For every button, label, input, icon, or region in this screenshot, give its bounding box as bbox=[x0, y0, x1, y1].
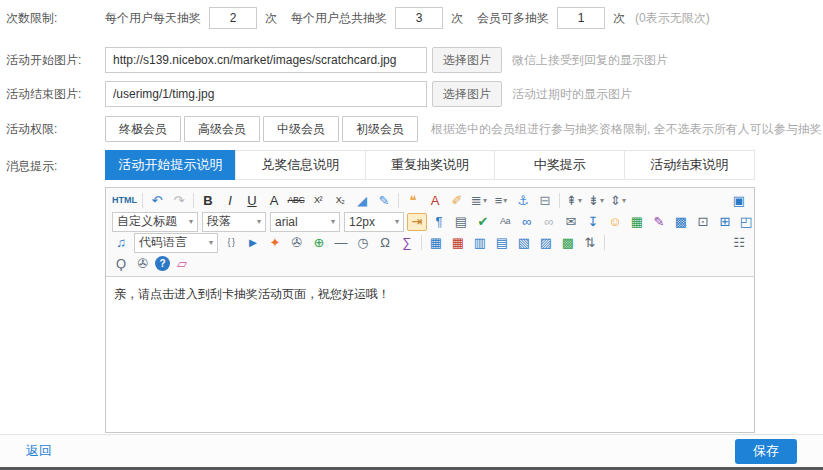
permission-label: 活动权限: bbox=[6, 121, 105, 138]
footer-bar: 返回 保存 bbox=[0, 434, 823, 467]
flash-icon[interactable]: ✦ bbox=[265, 234, 285, 252]
paragraph-spacing-bottom-icon[interactable]: ⇟▾ bbox=[586, 192, 606, 210]
tab-end-note[interactable]: 活动结束说明 bbox=[624, 150, 755, 180]
table-merge-cells-icon[interactable]: ▧ bbox=[514, 234, 534, 252]
tab-win-prompt[interactable]: 中奖提示 bbox=[494, 150, 625, 180]
member-middle-button[interactable]: 中级会员 bbox=[263, 116, 339, 142]
fullscreen-icon[interactable]: ◰ bbox=[736, 213, 756, 231]
total-unit: 次 bbox=[451, 10, 463, 27]
extra-input[interactable] bbox=[557, 7, 605, 29]
font-border-icon[interactable]: A bbox=[264, 192, 284, 210]
end-image-row: 活动结束图片: 选择图片 活动过期时的显示图片 bbox=[6, 81, 823, 107]
blockquote-icon[interactable]: ❝ bbox=[403, 192, 423, 210]
table-insert-row-icon[interactable]: ▥ bbox=[470, 234, 490, 252]
back-link[interactable]: 返回 bbox=[26, 442, 52, 460]
start-image-input[interactable] bbox=[105, 47, 427, 73]
insert-frame-icon[interactable]: ⊞ bbox=[715, 213, 735, 231]
tab-redeem-info[interactable]: 兑奖信息说明 bbox=[235, 150, 366, 180]
preview-icon[interactable]: ▣ bbox=[729, 192, 749, 210]
image-icon[interactable]: ▦ bbox=[627, 213, 647, 231]
table-header-icon[interactable]: ▩ bbox=[558, 234, 578, 252]
horizontal-rule-icon[interactable]: — bbox=[331, 234, 351, 252]
attachment-icon[interactable]: ✇ bbox=[287, 234, 307, 252]
print-icon[interactable]: ☷ bbox=[729, 234, 749, 252]
rich-text-editor: HTML↶↷BIUAABCX²X₂◢✎❝A✐≣▾≡▾⚓⊟⇞▾⇟▾⇕▾▣ 自定义标… bbox=[105, 187, 755, 433]
limit-row: 次数限制: 每个用户每天抽奖 次 每个用户总共抽奖 次 会员可多抽奖 次 (0表… bbox=[6, 6, 823, 30]
format-painter-icon[interactable]: ✎ bbox=[374, 192, 394, 210]
start-image-choose-button[interactable]: 选择图片 bbox=[432, 47, 502, 73]
message-row: 消息提示: 活动开始提示说明 兑奖信息说明 重复抽奖说明 中奖提示 活动结束说明… bbox=[6, 150, 823, 433]
permission-row: 活动权限: 终极会员 高级会员 中级会员 初级会员 根据选中的会员组进行参与抽奖… bbox=[6, 116, 823, 142]
table-split-cells-icon[interactable]: ▨ bbox=[536, 234, 556, 252]
pilcrow-icon[interactable]: ¶ bbox=[429, 213, 449, 231]
autotypeset-icon[interactable]: ▤ bbox=[451, 213, 471, 231]
paragraph-spacing-top-icon[interactable]: ⇞▾ bbox=[564, 192, 584, 210]
member-ultimate-button[interactable]: 终极会员 bbox=[105, 116, 181, 142]
toolbar-separator bbox=[398, 193, 399, 208]
snapscreen-icon[interactable]: ⊡ bbox=[693, 213, 713, 231]
table-insert-icon[interactable]: ▦ bbox=[426, 234, 446, 252]
custom-title-select[interactable]: 自定义标题▾ bbox=[112, 212, 198, 232]
strikethrough-icon[interactable]: ABC bbox=[286, 192, 306, 210]
permission-hint: 根据选中的会员组进行参与抽奖资格限制, 全不选表示所有人可以参与抽奖 bbox=[431, 121, 822, 138]
case-switch-icon[interactable]: Aa bbox=[495, 213, 515, 231]
map-icon[interactable]: ⊕ bbox=[309, 234, 329, 252]
background-icon[interactable]: ▩ bbox=[671, 213, 691, 231]
per-day-input[interactable] bbox=[209, 7, 257, 29]
special-char-icon[interactable]: Ω bbox=[375, 234, 395, 252]
code-language-select[interactable]: 代码语言▾ bbox=[134, 233, 218, 253]
table-delete-icon[interactable]: ▦ bbox=[448, 234, 468, 252]
eraser-icon[interactable]: ◢ bbox=[352, 192, 372, 210]
end-image-hint: 活动过期时的显示图片 bbox=[512, 86, 632, 103]
font-color-icon[interactable]: A bbox=[425, 192, 445, 210]
download-icon[interactable]: ↧ bbox=[583, 213, 603, 231]
italic-icon[interactable]: I bbox=[220, 192, 240, 210]
bold-icon[interactable]: B bbox=[198, 192, 218, 210]
superscript-icon[interactable]: X² bbox=[308, 192, 328, 210]
activity-form: 次数限制: 每个用户每天抽奖 次 每个用户总共抽奖 次 会员可多抽奖 次 (0表… bbox=[0, 0, 823, 433]
insert-code-icon[interactable]: { } bbox=[221, 234, 241, 252]
line-height-icon[interactable]: ⇕▾ bbox=[608, 192, 628, 210]
subscript-icon[interactable]: X₂ bbox=[330, 192, 350, 210]
save-button[interactable]: 保存 bbox=[735, 439, 797, 464]
scrawl-icon[interactable]: ✎ bbox=[649, 213, 669, 231]
undo-icon[interactable]: ↶ bbox=[147, 192, 167, 210]
search-icon[interactable]: Ϙ bbox=[111, 255, 131, 273]
unlink-icon[interactable]: ∞ bbox=[539, 213, 559, 231]
sort-icon[interactable]: ⇅ bbox=[580, 234, 600, 252]
video-icon[interactable]: ► bbox=[243, 234, 263, 252]
end-image-choose-button[interactable]: 选择图片 bbox=[432, 81, 502, 107]
end-image-input[interactable] bbox=[105, 81, 427, 107]
date-time-icon[interactable]: ◷ bbox=[353, 234, 373, 252]
paragraph-select[interactable]: 段落▾ bbox=[202, 212, 266, 232]
redo-icon[interactable]: ↷ bbox=[169, 192, 189, 210]
paste-icon[interactable]: ▱ bbox=[172, 255, 192, 273]
help-icon[interactable]: ? bbox=[155, 256, 170, 271]
music-icon[interactable]: ♫ bbox=[111, 234, 131, 252]
underline-icon[interactable]: U bbox=[242, 192, 262, 210]
ordered-list-icon[interactable]: ≣▾ bbox=[469, 192, 489, 210]
spellcheck-icon[interactable]: ✔ bbox=[473, 213, 493, 231]
page-break-icon[interactable]: ⊟ bbox=[535, 192, 555, 210]
tab-repeat-draw[interactable]: 重复抽奖说明 bbox=[365, 150, 496, 180]
member-senior-button[interactable]: 高级会员 bbox=[184, 116, 260, 142]
source-code-button[interactable]: HTML bbox=[111, 192, 138, 210]
unordered-list-icon[interactable]: ≡▾ bbox=[491, 192, 511, 210]
emotion-icon[interactable]: ☺ bbox=[605, 213, 625, 231]
tab-start-note[interactable]: 活动开始提示说明 bbox=[105, 150, 236, 180]
per-day-unit: 次 bbox=[265, 10, 277, 27]
highlight-color-icon[interactable]: ✐ bbox=[447, 192, 467, 210]
editor-content-area[interactable]: 亲，请点击进入到刮卡抽奖活动页面，祝您好运哦！ bbox=[106, 277, 754, 432]
total-input[interactable] bbox=[395, 7, 443, 29]
link-icon[interactable]: ∞ bbox=[517, 213, 537, 231]
formula-icon[interactable]: ∑ bbox=[397, 234, 417, 252]
font-size-select[interactable]: 12px▾ bbox=[344, 212, 404, 232]
email-icon[interactable]: ✉ bbox=[561, 213, 581, 231]
toolbar-separator bbox=[559, 193, 560, 208]
member-junior-button[interactable]: 初级会员 bbox=[342, 116, 418, 142]
indent-icon[interactable]: ⇥ bbox=[407, 213, 427, 231]
anchor-icon[interactable]: ⚓ bbox=[513, 192, 533, 210]
table-insert-col-icon[interactable]: ▤ bbox=[492, 234, 512, 252]
search-replace-icon[interactable]: ✇ bbox=[133, 255, 153, 273]
font-family-select[interactable]: arial▾ bbox=[270, 212, 340, 232]
